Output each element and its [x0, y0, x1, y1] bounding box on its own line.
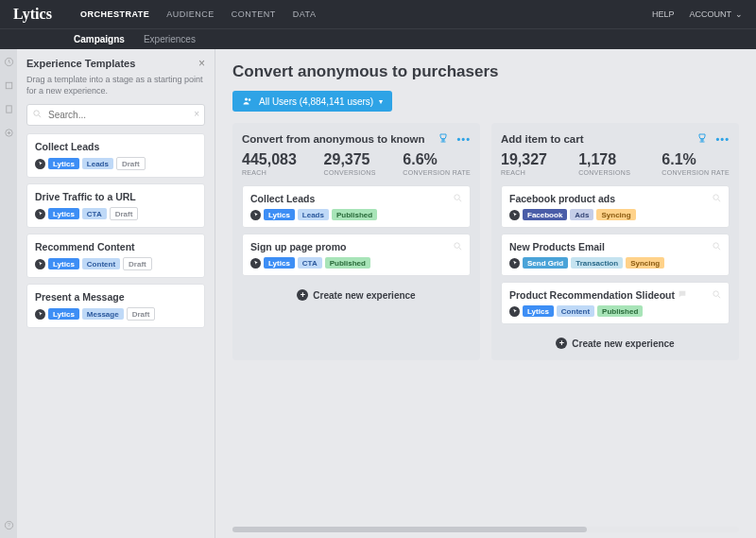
cursor-icon [250, 258, 261, 269]
tag-ads: Ads [570, 209, 593, 220]
scrollbar-thumb[interactable] [232, 527, 587, 532]
svg-point-7 [34, 111, 40, 116]
cursor-icon [35, 159, 45, 169]
layers-icon[interactable] [4, 80, 14, 91]
help-link[interactable]: HELP [652, 9, 675, 19]
inspect-icon[interactable] [712, 289, 722, 300]
template-title: Drive Traffic to a URL [35, 191, 197, 202]
create-label: Create new experience [572, 338, 674, 349]
experience-title: Sign up page promo [250, 241, 462, 252]
experience-card[interactable]: New Products EmailSend GridTransactionSy… [501, 234, 730, 276]
nav-content[interactable]: CONTENT [232, 9, 276, 19]
svg-point-10 [455, 195, 460, 200]
clear-search-icon[interactable]: × [194, 109, 199, 119]
metric: 6.6%CONVERSION RATE [403, 151, 471, 176]
svg-rect-2 [6, 106, 11, 113]
search-wrapper: × [26, 104, 205, 126]
template-card[interactable]: Collect LeadsLyticsLeadsDraft [26, 133, 205, 178]
metric: 19,327REACH [501, 151, 547, 176]
svg-point-8 [245, 98, 248, 101]
tag-content: Content [82, 258, 120, 269]
metric-value: 29,375 [324, 151, 376, 168]
horizontal-scrollbar[interactable] [232, 527, 739, 532]
plus-icon: + [556, 338, 567, 349]
experience-card[interactable]: Collect LeadsLyticsLeadsPublished [242, 185, 471, 228]
tag-lytics: Lytics [48, 158, 79, 169]
svg-rect-1 [6, 82, 11, 88]
tag-leads: Leads [298, 209, 329, 220]
metric-label: REACH [501, 169, 547, 176]
create-experience-button[interactable]: +Create new experience [242, 282, 471, 303]
templates-sidebar: Experience Templates × Drag a template i… [17, 49, 215, 538]
svg-point-11 [455, 243, 460, 249]
template-card[interactable]: Drive Traffic to a URLLyticsCTADraft [26, 183, 205, 228]
tag-draft: Draft [116, 157, 146, 170]
metric-label: CONVERSIONS [324, 169, 376, 176]
stage-menu-icon[interactable]: ••• [456, 133, 471, 145]
metric-label: CONVERSION RATE [403, 169, 471, 176]
svg-point-13 [713, 243, 719, 249]
tag-draft: Draft [127, 307, 156, 321]
close-icon[interactable]: × [198, 57, 205, 70]
inspect-icon[interactable] [712, 193, 722, 203]
metric-value: 19,327 [501, 151, 547, 168]
create-experience-button[interactable]: +Create new experience [501, 330, 730, 351]
top-nav: ORCHESTRATE AUDIENCE CONTENT DATA [80, 9, 652, 19]
template-card[interactable]: Recommend ContentLyticsContentDraft [26, 234, 205, 278]
target-icon[interactable] [4, 128, 14, 138]
experience-card[interactable]: Facebook product adsFacebookAdsSyncing [501, 185, 730, 228]
nav-audience[interactable]: AUDIENCE [166, 9, 215, 19]
trophy-icon[interactable] [438, 132, 449, 146]
experience-title: New Products Email [509, 241, 721, 252]
trophy-icon[interactable] [696, 132, 708, 146]
tag-lytics: Lytics [264, 209, 295, 220]
metric-label: CONVERSION RATE [662, 169, 730, 176]
clock-icon[interactable] [4, 57, 14, 67]
tag-cta: CTA [298, 257, 322, 269]
create-label: Create new experience [313, 290, 415, 301]
tag-published: Published [597, 305, 643, 317]
metric-value: 445,083 [242, 151, 297, 168]
plus-icon: + [297, 289, 308, 301]
inspect-icon[interactable] [453, 193, 463, 203]
search-input[interactable] [26, 104, 205, 126]
cursor-icon [250, 210, 261, 220]
svg-point-9 [249, 98, 251, 101]
audience-label: All Users (4,884,141 users) [259, 96, 373, 107]
template-card[interactable]: Present a MessageLyticsMessageDraft [26, 284, 205, 328]
inspect-icon[interactable] [712, 241, 722, 252]
page-title: Convert anonymous to purchasers [232, 62, 739, 81]
help-icon[interactable]: ? [4, 520, 14, 530]
nav-orchestrate[interactable]: ORCHESTRATE [80, 9, 149, 19]
cursor-icon [509, 210, 520, 220]
doc-icon[interactable] [4, 104, 14, 114]
tag-lytics: Lytics [48, 208, 79, 219]
metric: 29,375CONVERSIONS [324, 151, 376, 176]
nav-data[interactable]: DATA [293, 9, 317, 19]
tag-syncing: Syncing [626, 257, 664, 269]
subnav-experiences[interactable]: Experiences [144, 34, 196, 44]
tag-published: Published [332, 209, 377, 220]
cursor-icon [35, 209, 45, 219]
users-icon [242, 95, 253, 107]
sidebar-hint: Drag a template into a stage as a starti… [17, 74, 215, 104]
stage-column: Add item to cart•••19,327REACH1,178CONVE… [491, 123, 739, 360]
audience-selector[interactable]: All Users (4,884,141 users) ▾ [232, 91, 392, 112]
tag-cta: CTA [82, 208, 107, 219]
sidebar-title: Experience Templates [26, 58, 135, 69]
tag-sendgrid: Send Grid [523, 257, 568, 269]
account-menu[interactable]: ACCOUNT ⌄ [690, 9, 744, 19]
chevron-down-icon: ▾ [379, 97, 383, 106]
tag-content: Content [557, 305, 594, 317]
metric: 6.1%CONVERSION RATE [662, 151, 730, 176]
experience-card[interactable]: Product Recommendation SlideoutLyticsCon… [501, 282, 730, 324]
template-title: Present a Message [35, 291, 197, 303]
experience-card[interactable]: Sign up page promoLyticsCTAPublished [242, 234, 471, 276]
template-title: Collect Leads [35, 141, 197, 152]
left-rail: ? [0, 49, 17, 538]
inspect-icon[interactable] [453, 241, 463, 252]
stage-menu-icon[interactable]: ••• [715, 133, 730, 145]
subnav-campaigns[interactable]: Campaigns [74, 34, 125, 44]
account-label: ACCOUNT [690, 9, 732, 19]
svg-point-14 [713, 291, 719, 297]
